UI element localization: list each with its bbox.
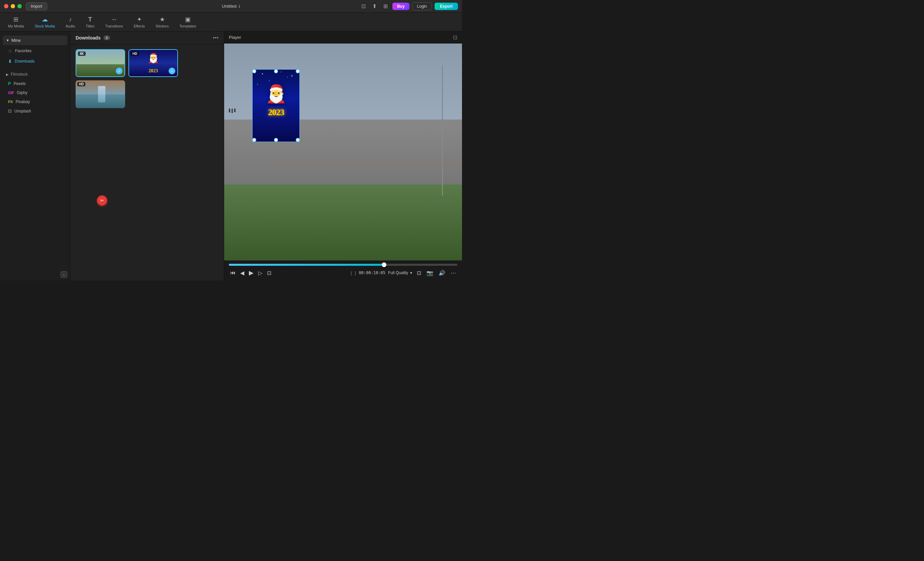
- selection-handle-topright[interactable]: [296, 69, 300, 73]
- volume-icon[interactable]: 🔊: [437, 268, 447, 277]
- unsplash-icon: ⊡: [8, 108, 12, 113]
- import-button[interactable]: Import: [26, 2, 47, 11]
- frame-step-button[interactable]: ▷: [257, 268, 264, 277]
- my-media-icon: ⊞: [14, 16, 18, 23]
- toolbar-item-stock-media[interactable]: ☁ Stock Media: [30, 14, 60, 30]
- media-grid: 4K ✓ 🎅 2023 HD ✓ HD: [70, 45, 224, 113]
- filmstock-chevron-icon: ▶: [6, 73, 9, 76]
- year-display: 2023: [268, 107, 284, 117]
- favorites-icon: ☆: [8, 48, 12, 54]
- selection-handle-bottom[interactable]: [274, 138, 278, 142]
- sidebar-item-downloads[interactable]: ⬇ Downloads: [3, 56, 67, 66]
- sidebar-item-pixabay[interactable]: PX Pixabay: [3, 98, 67, 106]
- pexels-label: Pexels: [14, 81, 26, 86]
- toolbar-label-audio: Audio: [66, 24, 75, 28]
- step-back-button[interactable]: ◀: [239, 268, 246, 277]
- screenshot-icon[interactable]: 📷: [425, 268, 435, 277]
- media-panel: Downloads 3 ••• 4K ✓ 🎅: [70, 32, 224, 281]
- playhead-scissor-icon[interactable]: ✂: [97, 196, 107, 206]
- player-right-controls: { } 00:00:10:05 Full Quality ▼ ⊡ 📷 🔊 ⋯: [351, 268, 458, 277]
- fullscreen-icon[interactable]: ⊡: [416, 268, 423, 277]
- toolbar-item-stickers[interactable]: ★ Stickers: [151, 14, 173, 30]
- downloads-title: Downloads 3: [76, 35, 110, 41]
- selection-handle-top[interactable]: [274, 69, 278, 73]
- toolbar-label-stickers: Stickers: [156, 24, 169, 28]
- downloads-count-badge: 3: [104, 36, 110, 40]
- titlebar-right: ⊡ ⬆ ⊞ Buy Login Export: [359, 2, 458, 11]
- santa-emoji: 🎅: [265, 84, 287, 104]
- media-thumbnail-2[interactable]: 🎅 2023 HD ✓: [129, 49, 178, 77]
- selection-handle-bottomleft[interactable]: [252, 138, 256, 142]
- fullscreen-button[interactable]: [17, 4, 22, 8]
- media-thumbnail-3[interactable]: HD: [76, 80, 125, 108]
- toolbar-item-templates[interactable]: ▣ Templates: [175, 14, 201, 30]
- quality-selector[interactable]: Full Quality ▼: [388, 271, 413, 275]
- overlay-video-container[interactable]: 🎅 2023: [253, 70, 299, 141]
- screen-icon[interactable]: ⊡: [359, 2, 368, 10]
- sidebar-item-favorites[interactable]: ☆ Favorites: [3, 46, 67, 56]
- close-button[interactable]: [4, 4, 8, 8]
- media-panel-header: Downloads 3 •••: [70, 32, 224, 45]
- toolbar-label-templates: Templates: [179, 24, 196, 28]
- titles-icon: T: [88, 16, 92, 23]
- main-toolbar: ⊞ My Media ☁ Stock Media ♪ Audio T Title…: [0, 13, 462, 32]
- stickers-icon: ★: [160, 16, 165, 23]
- toolbar-item-titles[interactable]: T Titles: [81, 14, 99, 30]
- mine-header[interactable]: ▼ Mine: [3, 36, 67, 45]
- selection-handle-bottomright[interactable]: [296, 138, 300, 142]
- quality-chevron-icon: ▼: [410, 271, 413, 275]
- export-button[interactable]: Export: [435, 3, 458, 10]
- login-button[interactable]: Login: [412, 2, 432, 11]
- toolbar-item-audio[interactable]: ♪ Audio: [61, 14, 80, 30]
- info-icon[interactable]: ℹ: [238, 4, 240, 9]
- playhead-scissor[interactable]: ✂: [97, 196, 107, 206]
- grid-icon[interactable]: ⊞: [381, 2, 390, 10]
- sidebar-item-unsplash[interactable]: ⊡ Unsplash: [3, 107, 67, 116]
- media-more-button[interactable]: •••: [213, 35, 219, 41]
- crop-view-button[interactable]: ⊡: [266, 268, 273, 277]
- giphy-icon: GIF: [8, 91, 14, 95]
- toolbar-label-effects: Effects: [134, 24, 145, 28]
- transitions-icon: ↔: [111, 16, 117, 23]
- stock-media-icon: ☁: [42, 16, 48, 23]
- traffic-lights: [4, 4, 22, 8]
- cloud-upload-icon[interactable]: ⬆: [370, 2, 379, 10]
- downloads-icon: ⬇: [8, 59, 12, 64]
- more-options-icon[interactable]: ⋯: [449, 268, 458, 277]
- sidebar-item-giphy[interactable]: GIF Giphy: [3, 88, 67, 97]
- progress-bar[interactable]: [229, 264, 458, 266]
- selection-handle-topleft[interactable]: [252, 69, 256, 73]
- effects-icon: ✦: [137, 16, 142, 23]
- app-body: ▼ Mine ☆ Favorites ⬇ Downloads ▶ Filmsto…: [0, 32, 462, 281]
- titlebar-center: Untitled ℹ: [222, 4, 240, 9]
- media-badge-2: HD: [131, 51, 139, 56]
- rewind-button[interactable]: ⏮: [229, 268, 237, 277]
- media-thumbnail-1[interactable]: 4K ✓: [76, 49, 125, 77]
- toolbar-item-transitions[interactable]: ↔ Transitions: [100, 14, 128, 30]
- player-controls: ⏮ ◀ ▶ ▷ ⊡ { } 00:00:10:05 Full Quality ▼…: [224, 266, 462, 281]
- timecode-display: 00:00:10:05: [359, 271, 386, 275]
- sidebar-item-pexels[interactable]: P Pexels: [3, 79, 67, 88]
- toolbar-item-my-media[interactable]: ⊞ My Media: [3, 14, 29, 30]
- unsplash-label: Unsplash: [14, 109, 31, 113]
- templates-icon: ▣: [185, 16, 191, 23]
- progress-fill: [229, 264, 384, 266]
- mine-chevron-icon: ▼: [6, 39, 9, 42]
- toolbar-item-effects[interactable]: ✦ Effects: [129, 14, 150, 30]
- minimize-button[interactable]: [11, 4, 15, 8]
- player-header: Player ⊡: [224, 32, 462, 44]
- favorites-label: Favorites: [15, 48, 32, 53]
- mine-label: Mine: [11, 38, 21, 43]
- media-badge-3: HD: [77, 82, 85, 86]
- player-canvas: 🎅 2023: [224, 44, 462, 260]
- play-button[interactable]: ▶: [248, 268, 255, 278]
- buy-button[interactable]: Buy: [392, 3, 410, 10]
- downloads-title-text: Downloads: [76, 35, 101, 41]
- toolbar-label-my-media: My Media: [8, 24, 24, 28]
- collapse-panel-button[interactable]: ‹: [60, 271, 67, 278]
- toolbar-label-stock-media: Stock Media: [35, 24, 55, 28]
- pexels-icon: P: [8, 81, 11, 86]
- mine-section: ▼ Mine ☆ Favorites ⬇ Downloads: [0, 34, 70, 68]
- player-expand-button[interactable]: ⊡: [453, 34, 458, 41]
- filmstock-header[interactable]: ▶ Filmstock: [3, 70, 67, 79]
